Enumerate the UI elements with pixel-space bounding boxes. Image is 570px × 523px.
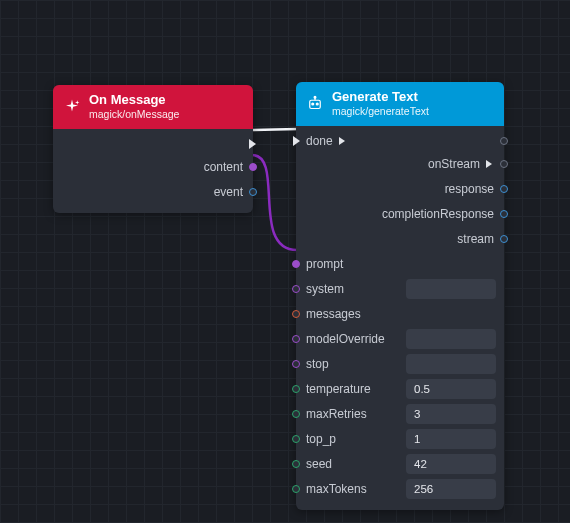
port-label: completionResponse — [382, 207, 494, 221]
port-out-onstream[interactable]: onStream — [296, 152, 504, 177]
port-label: maxRetries — [306, 407, 367, 421]
port-dot-icon[interactable] — [292, 285, 300, 293]
port-label: maxTokens — [306, 482, 367, 496]
port-label: temperature — [306, 382, 371, 396]
port-in-prompt[interactable]: prompt — [296, 252, 504, 277]
port-label: seed — [306, 457, 332, 471]
port-label: top_p — [306, 432, 336, 446]
port-dot-icon[interactable] — [500, 235, 508, 243]
flow-out-row — [53, 133, 253, 155]
port-dot-icon[interactable] — [292, 260, 300, 268]
robot-icon — [306, 95, 324, 113]
port-dot-icon[interactable] — [500, 185, 508, 193]
port-label: stream — [457, 232, 494, 246]
flow-out-triangle-icon[interactable] — [249, 139, 256, 149]
port-out-event[interactable]: event — [53, 180, 253, 205]
port-in-system[interactable]: system — [296, 277, 504, 302]
port-dot-icon[interactable] — [249, 163, 257, 171]
port-in-temperature[interactable]: temperature — [296, 377, 504, 402]
port-dot-icon[interactable] — [292, 310, 300, 318]
max-tokens-input[interactable] — [406, 479, 496, 499]
wire-flow — [252, 129, 298, 130]
port-out-stream[interactable]: stream — [296, 227, 504, 252]
seed-input[interactable] — [406, 454, 496, 474]
port-out-content[interactable]: content — [53, 155, 253, 180]
port-label: prompt — [306, 257, 343, 271]
svg-point-3 — [314, 96, 316, 98]
port-in-seed[interactable]: seed — [296, 452, 504, 477]
port-in-max-tokens[interactable]: maxTokens — [296, 477, 504, 502]
flow-out-triangle-icon — [486, 160, 492, 168]
port-dot-icon[interactable] — [292, 335, 300, 343]
system-input[interactable] — [406, 279, 496, 299]
node-on-message[interactable]: On Message magick/onMessage content even… — [53, 85, 253, 213]
port-dot-icon[interactable] — [249, 188, 257, 196]
port-in-top-p[interactable]: top_p — [296, 427, 504, 452]
node-body: content event — [53, 129, 253, 213]
node-header[interactable]: On Message magick/onMessage — [53, 85, 253, 129]
node-subtitle: magick/generateText — [332, 106, 429, 118]
port-dot-icon[interactable] — [292, 460, 300, 468]
svg-point-1 — [312, 103, 314, 105]
port-label: stop — [306, 357, 329, 371]
port-label: modelOverride — [306, 332, 385, 346]
max-retries-input[interactable] — [406, 404, 496, 424]
port-dot-icon[interactable] — [500, 160, 508, 168]
port-dot-icon[interactable] — [500, 137, 508, 145]
node-generate-text[interactable]: Generate Text magick/generateText done o… — [296, 82, 504, 510]
port-label: messages — [306, 307, 361, 321]
port-in-model-override[interactable]: modelOverride — [296, 327, 504, 352]
node-title: Generate Text — [332, 90, 429, 104]
sparkles-icon — [63, 98, 81, 116]
port-out-completion-response[interactable]: completionResponse — [296, 202, 504, 227]
top-p-input[interactable] — [406, 429, 496, 449]
node-body: done onStream response completionRespons… — [296, 126, 504, 510]
port-dot-icon[interactable] — [292, 385, 300, 393]
port-label: event — [214, 185, 243, 199]
temperature-input[interactable] — [406, 379, 496, 399]
model-override-input[interactable] — [406, 329, 496, 349]
node-header[interactable]: Generate Text magick/generateText — [296, 82, 504, 126]
node-subtitle: magick/onMessage — [89, 109, 179, 121]
port-label: response — [445, 182, 494, 196]
port-in-messages[interactable]: messages — [296, 302, 504, 327]
svg-point-2 — [316, 103, 318, 105]
port-label: onStream — [428, 157, 480, 171]
port-dot-icon[interactable] — [292, 360, 300, 368]
port-label: system — [306, 282, 344, 296]
port-label: done — [306, 134, 333, 148]
port-in-stop[interactable]: stop — [296, 352, 504, 377]
port-dot-icon[interactable] — [292, 410, 300, 418]
port-label: content — [204, 160, 243, 174]
wire-content-to-prompt — [252, 155, 297, 250]
node-title: On Message — [89, 93, 179, 107]
port-dot-icon[interactable] — [292, 435, 300, 443]
port-dot-icon[interactable] — [292, 485, 300, 493]
flow-row-done: done — [296, 130, 504, 152]
port-in-max-retries[interactable]: maxRetries — [296, 402, 504, 427]
port-out-response[interactable]: response — [296, 177, 504, 202]
stop-input[interactable] — [406, 354, 496, 374]
flow-in-triangle-icon[interactable] — [293, 136, 300, 146]
port-dot-icon[interactable] — [500, 210, 508, 218]
flow-out-triangle-icon[interactable] — [339, 137, 345, 145]
